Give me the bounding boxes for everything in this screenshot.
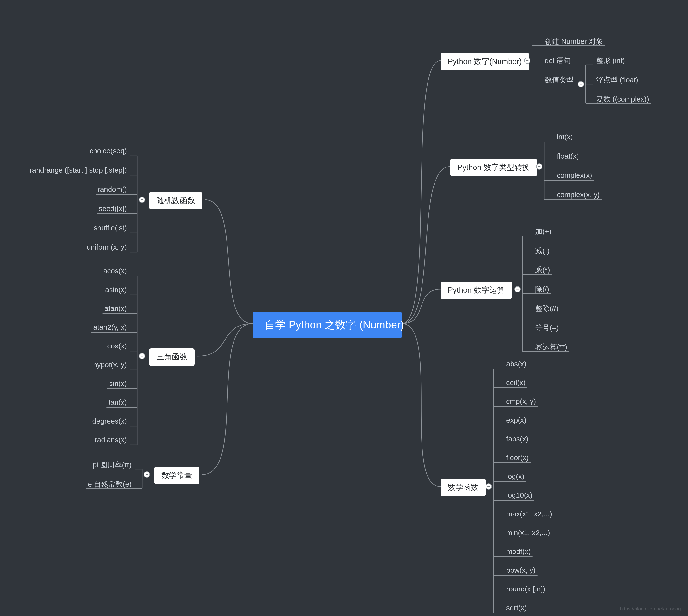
number-child[interactable]: 创建 Number 对象 [543,37,605,48]
leaf-label: 减(-) [533,246,552,257]
leaf-label: atan(x) [103,304,129,314]
leaf-label: sin(x) [107,379,129,389]
trig-funcs-leaf[interactable]: cos(x) [105,342,129,352]
leaf-label: 乘(*) [533,265,552,277]
number-ops-leaf[interactable]: 幂运算(**) [533,342,569,353]
branch-math-consts[interactable]: 数学常量 [154,467,199,484]
toggle-number[interactable]: − [524,58,530,64]
branch-math-funcs[interactable]: 数学函数 [440,479,486,496]
math-consts-leaf[interactable]: e 自然常数(e) [86,479,134,491]
number-ops-leaf[interactable]: 等号(=) [533,323,561,334]
leaf-label: randrange ([start,] stop [,step]) [28,166,129,176]
leaf-label: fabs(x) [504,435,530,444]
math-funcs-leaf[interactable]: min(x1, x2,...) [504,529,552,538]
numeric-type-leaf[interactable]: 浮点型 (float) [594,75,640,86]
leaf-label: float(x) [555,152,581,162]
leaf-label: cos(x) [105,342,129,352]
type-convert-leaf[interactable]: complex(x, y) [555,191,602,200]
leaf-label: del 语句 [543,56,573,67]
leaf-label: int(x) [555,133,575,142]
leaf-label: ceil(x) [504,378,528,388]
leaf-label: 加(+) [533,227,554,238]
leaf-label: max(x1, x2,...) [504,510,554,520]
toggle-number-ops[interactable]: − [514,286,521,292]
math-funcs-leaf[interactable]: fabs(x) [504,435,530,444]
leaf-label: atan2(y, x) [91,323,129,333]
number-ops-leaf[interactable]: 乘(*) [533,265,552,277]
trig-funcs-leaf[interactable]: acos(x) [101,267,129,277]
toggle-random-funcs[interactable]: − [139,197,145,203]
math-funcs-leaf[interactable]: cmp(x, y) [504,397,538,407]
leaf-label: 创建 Number 对象 [543,37,605,48]
number-ops-leaf[interactable]: 减(-) [533,246,552,257]
type-convert-leaf[interactable]: complex(x) [555,171,594,181]
number-ops-leaf[interactable]: 整除(//) [533,304,560,315]
branch-number-ops[interactable]: Python 数字运算 [440,282,512,299]
number-child[interactable]: 数值类型 [543,75,576,86]
trig-funcs-leaf[interactable]: hypot(x, y) [91,361,129,370]
math-funcs-leaf[interactable]: ceil(x) [504,378,528,388]
random-funcs-leaf[interactable]: choice(seq) [88,147,129,156]
numeric-type-leaf[interactable]: 整形 (int) [594,56,627,67]
math-funcs-leaf[interactable]: sqrt(x) [504,604,529,613]
random-funcs-leaf[interactable]: shuffle(lst) [92,224,129,234]
trig-funcs-leaf[interactable]: sin(x) [107,379,129,389]
branch-random-funcs[interactable]: 随机数函数 [149,192,202,210]
math-funcs-leaf[interactable]: log(x) [504,472,526,482]
leaf-label: hypot(x, y) [91,361,129,370]
math-funcs-leaf[interactable]: abs(x) [504,360,528,369]
math-funcs-leaf[interactable]: exp(x) [504,416,528,426]
trig-funcs-leaf[interactable]: radians(x) [93,436,129,445]
leaf-label: random() [95,185,129,195]
trig-funcs-leaf[interactable]: tan(x) [106,398,129,408]
math-funcs-leaf[interactable]: log10(x) [504,491,534,501]
leaf-label: complex(x, y) [555,191,602,200]
branch-type-convert[interactable]: Python 数字类型转换 [450,159,537,176]
leaf-label: min(x1, x2,...) [504,529,552,538]
math-funcs-leaf[interactable]: modf(x) [504,547,533,557]
leaf-label: choice(seq) [88,147,129,156]
mindmap-canvas[interactable]: 自学 Python 之数字 (Number)Python 数字(Number)−… [0,0,688,616]
random-funcs-leaf[interactable]: seed([x]) [97,204,129,214]
leaf-label: 除(/) [533,284,551,296]
root-node[interactable]: 自学 Python 之数字 (Number) [253,312,402,338]
leaf-label: uniform(x, y) [85,243,129,252]
random-funcs-leaf[interactable]: randrange ([start,] stop [,step]) [28,166,129,176]
branch-number[interactable]: Python 数字(Number) [440,53,529,70]
trig-funcs-leaf[interactable]: degrees(x) [90,417,129,426]
toggle-numeric-types[interactable]: − [578,81,584,87]
leaf-label: floor(x) [504,454,531,463]
leaf-label: e 自然常数(e) [86,479,134,491]
math-funcs-leaf[interactable]: pow(x, y) [504,566,538,576]
leaf-label: asin(x) [103,286,129,295]
type-convert-leaf[interactable]: int(x) [555,133,575,142]
number-child[interactable]: del 语句 [543,56,573,67]
type-convert-leaf[interactable]: float(x) [555,152,581,162]
toggle-type-convert[interactable]: − [536,163,542,170]
toggle-math-funcs[interactable]: − [486,483,492,490]
numeric-type-leaf[interactable]: 复数 ((complex)) [594,94,651,106]
branch-trig-funcs[interactable]: 三角函数 [149,348,194,366]
leaf-label: degrees(x) [90,417,129,426]
random-funcs-leaf[interactable]: uniform(x, y) [85,243,129,252]
trig-funcs-leaf[interactable]: asin(x) [103,286,129,295]
toggle-math-consts[interactable]: − [144,471,150,478]
leaf-label: 等号(=) [533,323,561,334]
leaf-label: shuffle(lst) [92,224,129,234]
leaf-label: acos(x) [101,267,129,277]
toggle-trig-funcs[interactable]: − [139,353,145,359]
math-consts-leaf[interactable]: pi 圆周率(π) [91,460,134,471]
random-funcs-leaf[interactable]: random() [95,185,129,195]
leaf-label: 复数 ((complex)) [594,94,651,106]
leaf-label: exp(x) [504,416,528,426]
number-ops-leaf[interactable]: 除(/) [533,284,551,296]
leaf-label: log10(x) [504,491,534,501]
math-funcs-leaf[interactable]: floor(x) [504,454,531,463]
math-funcs-leaf[interactable]: round(x [,n]) [504,585,547,595]
leaf-label: 整除(//) [533,304,560,315]
trig-funcs-leaf[interactable]: atan(x) [103,304,129,314]
trig-funcs-leaf[interactable]: atan2(y, x) [91,323,129,333]
leaf-label: seed([x]) [97,204,129,214]
number-ops-leaf[interactable]: 加(+) [533,227,554,238]
math-funcs-leaf[interactable]: max(x1, x2,...) [504,510,554,520]
